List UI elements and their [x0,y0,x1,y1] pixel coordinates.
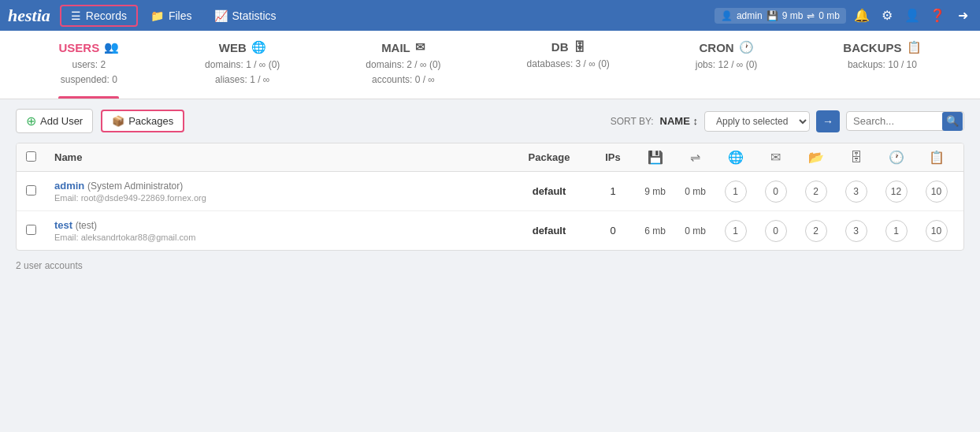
summary-cron[interactable]: CRON 🕐 jobs: 12 / ∞ (0) [696,40,758,99]
sort-arrows-icon: ↕ [693,115,699,127]
col-ftp-icon: 📂 [798,150,833,165]
toolbar: ⊕ Add User 📦 Packages SORT BY: NAME ↕ Ap… [0,99,980,143]
help-question-icon[interactable]: ❓ [928,8,947,23]
col-bandwidth-icon: ⇌ [677,150,713,165]
row1-check-cell[interactable] [26,185,50,198]
sort-area: SORT BY: NAME ↕ Apply to selected → 🔍 [611,110,964,132]
nav-files-label: Files [169,9,192,22]
web-stat1: domains: 1 / ∞ (0) [205,58,280,73]
packages-icon: 📦 [112,115,124,127]
row2-db-badge: 3 [838,220,874,242]
backups-label: BACKUPS [843,41,901,54]
row1-mail-badge: 2 [798,181,833,203]
row2-bandwidth: 0 mb [677,225,713,236]
select-all-checkbox[interactable] [26,151,36,162]
row1-name-cell: admin (System Administrator) Email: root… [54,180,505,203]
packages-button[interactable]: 📦 Packages [101,110,184,132]
search-wrap: 🔍 [846,111,964,131]
hdd-icon: 💾 [767,10,778,21]
user-icon: 👤 [721,10,733,21]
col-ips: IPs [593,151,633,163]
row1-web-badge: 1 [718,181,753,203]
nav-statistics[interactable]: 📈 Statistics [205,6,286,25]
row1-role: (System Administrator) [87,181,183,192]
apply-to-selected-dropdown[interactable]: Apply to selected [704,111,810,132]
web-label: WEB [219,41,247,54]
row2-check-cell[interactable] [26,225,50,237]
row2-cron-count: 1 [885,220,908,242]
add-user-button[interactable]: ⊕ Add User [16,109,93,133]
apply-arrow-button[interactable]: → [816,110,840,132]
sort-field: NAME ↕ [660,115,698,127]
summary-backups[interactable]: BACKUPS 📋 backups: 10 / 10 [843,40,921,99]
account-user-icon[interactable]: 👤 [903,8,922,23]
row1-mail-count: 2 [805,181,827,203]
users-stat2: suspended: 0 [58,73,119,88]
backups-file-icon: 📋 [907,40,922,54]
mail-stat1: domains: 2 / ∞ (0) [366,58,440,73]
user-count-label: 2 user accounts [16,260,83,271]
mail-stat2: accounts: 0 / ∞ [366,73,440,88]
row2-name-cell: test (test) Email: aleksandrtokar88@gmai… [54,219,505,242]
summary-users[interactable]: USERS 👥 users: 2 suspended: 0 [58,40,119,99]
summary-web[interactable]: WEB 🌐 domains: 1 / ∞ (0) aliases: 1 / ∞ [205,40,280,99]
row1-ips: 1 [593,185,633,197]
row1-checkbox[interactable] [26,185,36,196]
nav-records[interactable]: ☰ Records [60,5,138,27]
row2-backups-count: 10 [926,220,948,242]
row1-package: default [510,185,588,197]
bandwidth-icon: ⇌ [807,10,815,21]
row1-db-count: 3 [845,181,867,203]
row1-backups-badge: 10 [919,181,954,203]
col-cron-icon: 🕐 [878,150,914,165]
row2-name-link[interactable]: test [54,219,72,231]
row2-username: test (test) [54,219,505,231]
row1-email: Email: root@dsde949-22869.fornex.org [54,193,505,203]
page-footer: 2 user accounts [0,251,980,281]
col-web-icon: 🌐 [718,150,753,165]
cron-stat1: jobs: 12 / ∞ (0) [696,58,758,73]
row2-web-count: 1 [725,220,747,242]
row1-cron-badge: 12 [878,181,914,203]
user-bandwidth: 0 mb [819,10,840,21]
topnav-right: 👤 admin 💾 9 mb ⇌ 0 mb 🔔 ⚙ 👤 ❓ ➜ [715,8,972,24]
row1-username: admin (System Administrator) [54,180,505,192]
backups-stat1: backups: 10 / 10 [843,58,921,73]
select-all-cell[interactable] [26,151,50,164]
username: admin [737,10,763,21]
summary-mail[interactable]: MAIL ✉ domains: 2 / ∞ (0) accounts: 0 / … [366,40,440,99]
row2-role: (test) [76,220,97,231]
logo: hestia [8,6,50,26]
logout-icon[interactable]: ➜ [953,8,972,23]
col-package: Package [510,151,588,163]
sort-by-label: SORT BY: [611,116,654,127]
user-disk: 9 mb [782,10,804,21]
sort-field-value: NAME [660,115,690,127]
col-backups-icon: 📋 [919,150,954,165]
summary-db[interactable]: DB 🗄 databases: 3 / ∞ (0) [527,40,610,99]
users-group-icon: 👥 [104,40,119,54]
row1-web-count: 1 [725,181,747,203]
row1-aliases-badge: 0 [758,181,793,203]
user-badge[interactable]: 👤 admin 💾 9 mb ⇌ 0 mb [715,8,846,24]
nav-statistics-label: Statistics [232,9,277,22]
row2-mail-badge: 2 [798,220,833,242]
row1-disk: 9 mb [637,186,673,197]
records-icon: ☰ [71,9,81,22]
row2-web-badge: 1 [718,220,753,242]
notifications-bell-icon[interactable]: 🔔 [852,8,871,23]
row1-name-link[interactable]: admin [54,180,84,192]
users-table: Name Package IPs 💾 ⇌ 🌐 ✉ 📂 🗄 🕐 📋 admin (… [16,143,964,251]
db-cylinder-icon: 🗄 [574,40,585,54]
files-icon: 📁 [150,9,164,22]
col-disk-icon: 💾 [637,150,673,165]
row2-disk: 6 mb [637,225,673,236]
row2-checkbox[interactable] [26,225,36,235]
row2-ips: 0 [593,225,633,236]
row1-email-value: root@dsde949-22869.fornex.org [81,193,206,203]
db-stat1: databases: 3 / ∞ (0) [527,57,610,72]
table-row: admin (System Administrator) Email: root… [17,172,963,211]
search-button[interactable]: 🔍 [942,112,963,131]
settings-gear-icon[interactable]: ⚙ [878,8,896,23]
nav-files[interactable]: 📁 Files [141,6,202,25]
